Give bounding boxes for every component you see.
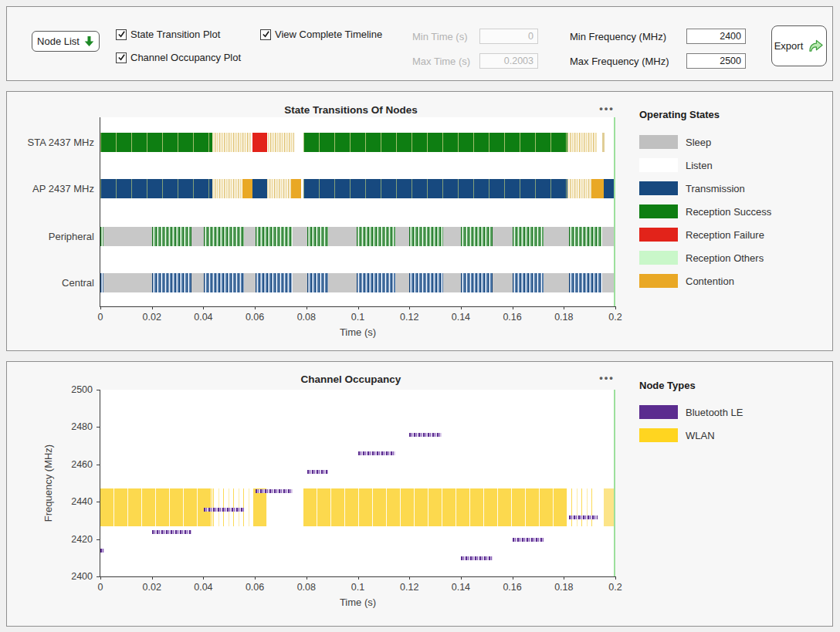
toolbar-panel: Node List State Transition Plot Channel …	[6, 6, 833, 81]
x-tick-label: 0.04	[194, 312, 212, 323]
state-transitions-panel: State Transitions Of Nodes ••• STA 2437 …	[6, 91, 833, 351]
x-tick-label: 0.2	[608, 312, 622, 323]
activity-burst	[204, 273, 244, 292]
legend-swatch	[639, 405, 678, 419]
x-tick-label: 0	[98, 582, 103, 593]
checkbox-label: View Complete Timeline	[275, 29, 382, 40]
activity-burst	[513, 273, 544, 292]
legend-item: Sleep	[639, 130, 771, 154]
view-complete-timeline-checkbox[interactable]: View Complete Timeline	[260, 29, 382, 40]
x-tick-mark	[564, 306, 564, 309]
y-tick-label: 2400	[57, 571, 93, 582]
state-segment-orange	[291, 179, 301, 198]
activity-burst	[461, 227, 493, 246]
legend-swatch	[639, 251, 678, 265]
state-segment-orange	[591, 179, 604, 198]
state-segment-red	[252, 133, 267, 152]
activity-burst	[100, 273, 103, 292]
legend-item: Bluetooth LE	[639, 400, 743, 424]
node-list-label: Node List	[37, 35, 80, 47]
legend-swatch	[639, 135, 678, 149]
legend-item: Contention	[639, 269, 771, 292]
state-segment-contention	[268, 133, 293, 152]
bluetooth-le-segment	[204, 508, 243, 512]
x-tick-label: 0.14	[452, 312, 470, 323]
x-tick-mark	[255, 576, 256, 580]
x-tick-mark	[307, 576, 307, 580]
x-tick-mark	[461, 576, 462, 580]
state-segment-contention	[212, 133, 252, 152]
x-tick-label: 0.06	[246, 312, 264, 323]
node-list-button[interactable]: Node List	[32, 31, 100, 52]
x-tick-mark	[152, 576, 153, 580]
bluetooth-le-segment	[256, 489, 293, 493]
max-time-input	[479, 53, 538, 69]
x-tick-mark	[615, 306, 616, 309]
legend-label: Bluetooth LE	[686, 407, 743, 418]
y-tick-label: 2420	[57, 534, 93, 545]
export-button[interactable]: Export	[771, 25, 827, 66]
x-tick-mark	[409, 576, 410, 580]
x-tick-label: 0.02	[143, 582, 161, 593]
activity-burst	[513, 227, 544, 246]
state-transition-plot-checkbox[interactable]: State Transition Plot	[116, 29, 220, 40]
green-down-arrow-icon	[84, 35, 94, 47]
state-row	[100, 179, 615, 198]
checkbox-label: State Transition Plot	[130, 29, 220, 40]
x-tick-mark	[409, 306, 410, 309]
legend-list: SleepListenTransmissionReception Success…	[639, 130, 771, 292]
x-tick-mark	[100, 306, 101, 309]
activity-burst	[409, 227, 442, 246]
bluetooth-le-segment	[513, 538, 544, 542]
x-tick-mark	[203, 306, 204, 309]
x-tick-label: 0.08	[297, 582, 316, 593]
state-segment-contention	[212, 179, 242, 198]
wlan-occupancy-segment	[571, 488, 596, 526]
bluetooth-le-segment	[409, 433, 442, 437]
x-tick-mark	[152, 306, 153, 309]
bluetooth-le-segment	[152, 530, 191, 534]
occupancy-plot-options-menu[interactable]: •••	[594, 372, 620, 384]
legend-title: Operating States	[639, 109, 771, 120]
x-tick-mark	[203, 576, 204, 580]
channel-occupancy-plot-checkbox[interactable]: Channel Occupancy Plot	[116, 52, 241, 63]
x-tick-label: 0	[98, 312, 103, 323]
state-plot-title: State Transitions Of Nodes	[93, 104, 608, 116]
activity-burst	[409, 273, 442, 292]
state-segment-orange	[242, 179, 252, 198]
bluetooth-le-segment	[100, 549, 104, 553]
row-label: Central	[0, 277, 94, 289]
state-segment-blue	[252, 179, 267, 198]
legend-list: Bluetooth LEWLAN	[639, 400, 743, 447]
legend-swatch	[639, 228, 678, 242]
legend-swatch	[639, 158, 678, 172]
max-time-label: Max Time (s)	[412, 56, 470, 67]
legend-item: Listen	[639, 154, 771, 177]
x-tick-label: 0.18	[554, 582, 573, 593]
min-time-label: Min Time (s)	[412, 31, 468, 42]
activity-burst	[307, 227, 328, 246]
node-types-legend: Node Types Bluetooth LEWLAN	[639, 380, 743, 447]
x-tick-label: 0.1	[351, 312, 364, 323]
activity-burst	[100, 227, 103, 246]
x-tick-label: 0.18	[554, 312, 573, 323]
y-tick-mark	[97, 539, 100, 540]
y-tick-label: 2460	[57, 459, 93, 470]
state-segment-thinline	[602, 133, 605, 152]
state-segment-green-blocks	[303, 133, 567, 152]
legend-label: Reception Failure	[686, 229, 764, 241]
legend-swatch	[639, 428, 678, 442]
max-frequency-input[interactable]	[686, 53, 746, 69]
x-tick-label: 0.16	[503, 582, 521, 593]
activity-burst	[256, 273, 293, 292]
state-transitions-axes: STA 2437 MHzAP 2437 MHzPeripheralCentral…	[100, 117, 615, 307]
x-tick-label: 0.16	[503, 312, 521, 323]
bluetooth-le-segment	[358, 451, 396, 455]
min-frequency-input[interactable]	[686, 29, 746, 44]
checkbox-label: Channel Occupancy Plot	[130, 52, 241, 63]
activity-burst	[461, 273, 493, 292]
wlan-occupancy-segment	[253, 488, 267, 526]
legend-label: Transmission	[686, 183, 745, 194]
state-plot-options-menu[interactable]: •••	[594, 103, 620, 114]
checkbox-checked-icon	[260, 29, 271, 40]
